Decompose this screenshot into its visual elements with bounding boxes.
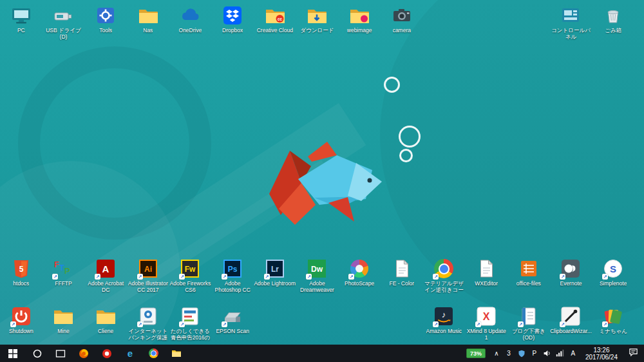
desktop-icon-pc[interactable]: PC <box>0 4 43 41</box>
desktop-icon-camera[interactable]: camera <box>381 4 423 41</box>
desktop-icon-office-files[interactable]: office-files <box>507 257 550 294</box>
taskbar-task-view-button[interactable] <box>49 345 72 362</box>
clock-time: 13:26 <box>585 347 618 354</box>
clock-date: 2017/06/24 <box>585 354 618 361</box>
svg-text:T: T <box>59 263 64 272</box>
desktop-icon-adobe-lightroom[interactable]: Lr↗Adobe Lightroom <box>254 257 296 294</box>
desktop-icon-label: Dropbox <box>222 28 243 34</box>
desktop-icon-label: ブログ下書き (OD) <box>507 329 550 341</box>
taskbar-search-button[interactable] <box>26 345 49 362</box>
tray-tray-p-icon[interactable]: P <box>530 345 539 362</box>
desktop-icon-clipboardwizar[interactable]: ↗ClipboardWizar... <box>550 305 592 341</box>
desktop-icon-folder-download[interactable]: ダウンロード <box>296 4 339 41</box>
desktop-icon-shutdown[interactable]: ↗Shutdown <box>0 305 43 341</box>
taskbar-firefox-button[interactable] <box>72 345 95 362</box>
bubble-shape <box>399 149 413 162</box>
red-app-icon <box>102 348 112 359</box>
folder-office-icon <box>517 257 540 280</box>
desktop-icon-creative-cloud[interactable]: ccCreative Cloud <box>254 4 296 41</box>
adobe-lr-icon: Lr↗ <box>263 257 287 280</box>
desktop-icon-wxeditor[interactable]: WXEditor <box>465 257 507 294</box>
shortcut-arrow-icon: ↗ <box>433 274 439 280</box>
tray-icons: 3PA <box>502 345 580 362</box>
desktop-icon-label: Amazon Music <box>426 329 462 335</box>
tray-tray-3-icon[interactable]: 3 <box>504 345 513 362</box>
desktop-icon-adobe-fireworks-cs6[interactable]: Fw↗Adobe Fireworks CS6 <box>169 257 212 294</box>
taskbar-edge-button[interactable]: e <box>118 345 142 362</box>
desktop-icon-recycle-bin[interactable]: ごみ箱 <box>592 4 634 41</box>
desktop-icon-label: ClipboardWizar... <box>550 329 592 335</box>
control-panel-icon <box>559 4 582 27</box>
shortcut-arrow-icon: ↗ <box>52 274 58 280</box>
shutdown-icon: ↗ <box>10 305 33 328</box>
desktop-icon-label: Adobe Illustrator CC 2017 <box>127 281 169 294</box>
desktop-icon-htdocs[interactable]: 5htdocs <box>0 257 43 294</box>
desktop-icon-adobe-acrobat-dc[interactable]: A↗Adobe Acrobat DC <box>84 257 127 294</box>
svg-text:P: P <box>64 266 70 276</box>
desktop-surface[interactable]: PCUSB ドライブ (D)ToolsNasOneDriveDropboxccC… <box>0 0 644 362</box>
desktop-icon-control-panel[interactable]: コントロールパネル <box>550 4 592 41</box>
desktop-icon-epson-scan[interactable]: ↗EPSON Scan <box>211 305 254 341</box>
photoscape-icon: ↗ <box>348 257 371 280</box>
desktop-icon-evernote[interactable]: ↗Evernote <box>550 257 592 294</box>
desktop-icon-adobe-illustrator-cc-2017[interactable]: Ai↗Adobe Illustrator CC 2017 <box>127 257 169 294</box>
desktop-icon-label: Evernote <box>560 281 582 287</box>
desktop-icon-chrome-app[interactable]: ↗マテリアルデザイン逆引きコード <box>423 257 466 294</box>
taskbar-file-explorer-button[interactable] <box>165 345 188 362</box>
desktop-icon-od[interactable]: ↗ブログ下書き (OD) <box>507 305 550 341</box>
desktop-icon-onedrive[interactable]: OneDrive <box>169 4 212 41</box>
svg-text:5: 5 <box>19 265 23 274</box>
action-center-button[interactable] <box>623 345 643 362</box>
firefox-icon <box>79 348 89 359</box>
desktop-icon-label: WXEditor <box>475 281 498 287</box>
svg-text:♪: ♪ <box>442 310 446 319</box>
tray-ime-mode-icon[interactable]: A <box>569 345 578 362</box>
tray-network-icon[interactable] <box>556 345 565 362</box>
desktop-icon-label: USB ドライブ (D) <box>43 28 85 41</box>
desktop-icon-label: XMind 8 Update 1 <box>465 329 507 341</box>
shortcut-arrow-icon: ↗ <box>179 321 185 327</box>
desktop-icon-2016[interactable]: ↗たのしくできる青色申告2016の起動 <box>169 305 212 341</box>
taskbar-clock[interactable]: 13:26 2017/06/24 <box>585 347 618 361</box>
desktop-icon-cards[interactable]: ↗ミナちゃん <box>592 305 634 341</box>
cards-icon: ↗ <box>601 305 625 328</box>
desktop-icon-simplenote[interactable]: S↗Simplenote <box>592 257 634 294</box>
desktop-icon-adobe-dreamweaver-c[interactable]: Dw↗Adobe Dreamweaver C... <box>296 257 339 294</box>
desktop-icon-label: OneDrive <box>179 28 202 34</box>
chrome-app-icon: ↗ <box>432 257 455 280</box>
desktop-icon-label: ミナちゃん <box>599 329 627 335</box>
desktop-icon-mine[interactable]: Mine <box>43 305 85 341</box>
desktop-icon-amazon-music[interactable]: ♪↗Amazon Music <box>423 305 466 341</box>
hidden-icons-chevron-icon[interactable]: ∧ <box>492 350 501 357</box>
desktop-icon-dropbox[interactable]: Dropbox <box>211 4 254 41</box>
desktop-icon-ffftp[interactable]: FTP↗FFFTP <box>43 257 85 294</box>
battery-percent-badge[interactable]: 73% <box>466 348 486 358</box>
desktop-icon-nas[interactable]: Nas <box>127 4 169 41</box>
desktop-icon-xmind-8-update-1[interactable]: X↗XMind 8 Update 1 <box>465 305 507 341</box>
desktop-icon-tools[interactable]: Tools <box>84 4 127 41</box>
taskbar-red-app-button[interactable] <box>95 345 118 362</box>
tray-tray-shield-icon[interactable] <box>517 345 526 362</box>
folder-download-icon <box>305 4 328 27</box>
desktop-icon-usb-d[interactable]: USB ドライブ (D) <box>43 4 85 41</box>
evernote-icon: ↗ <box>559 257 582 280</box>
folder-icon <box>137 4 160 27</box>
desktop-icon-fe-color[interactable]: FE - Color <box>381 257 423 294</box>
tray-volume-icon[interactable] <box>543 345 552 362</box>
desktop-icon-rapport[interactable]: ↗インターネットバンキング保護 <box>127 305 169 341</box>
folder-creative-cloud-icon: cc <box>263 4 287 27</box>
desktop-icon-photoscape[interactable]: ↗PhotoScape <box>338 257 381 294</box>
desktop-icon-cliene[interactable]: Cliene <box>84 305 127 341</box>
ffftp-icon: FTP↗ <box>52 257 75 280</box>
adobe-ps-icon: Ps↗ <box>221 257 244 280</box>
desktop-icon-webimage[interactable]: webimage <box>338 4 381 41</box>
start-button[interactable] <box>0 345 26 362</box>
html5-icon: 5 <box>10 257 33 280</box>
desktop-icon-adobe-photoshop-cc-2017[interactable]: Ps↗Adobe Photoshop CC 2017 <box>211 257 254 294</box>
taskbar-chrome-button[interactable] <box>142 345 165 362</box>
chrome-icon <box>149 348 158 358</box>
desktop-icons-top-row: PCUSB ドライブ (D)ToolsNasOneDriveDropboxccC… <box>0 4 634 41</box>
shortcut-arrow-icon: ↗ <box>433 321 439 327</box>
desktop-icon-label: Nas <box>143 28 153 34</box>
taskbar-pinned: e <box>26 345 188 362</box>
